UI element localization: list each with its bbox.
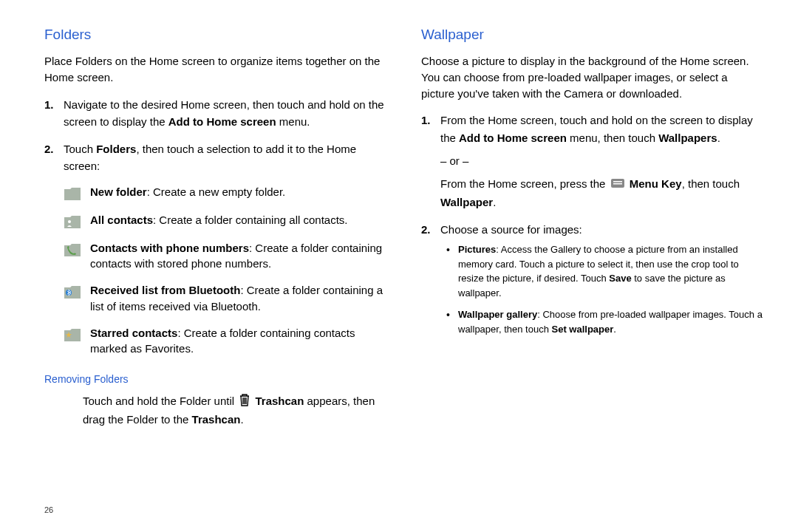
item-text: Starred contacts: Create a folder contai…	[90, 325, 386, 358]
contacts-folder-icon	[64, 214, 81, 230]
removing-folders-heading: Removing Folders	[44, 373, 386, 385]
list-item: New folder: Create a new empty folder.	[64, 184, 386, 202]
list-item: Received list from Bluetooth: Create a f…	[64, 282, 386, 315]
step-2: 2. Touch Folders, then touch a selection…	[64, 140, 386, 357]
wallpaper-intro: Choose a picture to display in the backg…	[421, 53, 763, 101]
or-divider: – or –	[440, 152, 763, 169]
step-1: 1. From the Home screen, touch and hold …	[440, 112, 763, 211]
svg-rect-4	[613, 183, 622, 185]
step-2: 2. Choose a source for images: Pictures:…	[440, 221, 763, 336]
bluetooth-folder-icon	[64, 284, 81, 300]
folders-intro: Place Folders on the Home screen to orga…	[44, 53, 386, 86]
folders-heading: Folders	[44, 27, 386, 43]
step-text: Navigate to the desired Home screen, the…	[64, 98, 384, 128]
svg-point-0	[68, 220, 71, 223]
step-text: From the Home screen, touch and hold on …	[440, 114, 753, 143]
folders-steps: 1. Navigate to the desired Home screen, …	[44, 96, 386, 358]
left-column: Folders Place Folders on the Home screen…	[44, 27, 386, 428]
item-text: New folder: Create a new empty folder.	[90, 184, 285, 200]
folder-options-list: New folder: Create a new empty folder. A…	[64, 184, 386, 358]
right-column: Wallpaper Choose a picture to display in…	[421, 27, 763, 428]
item-text: All contacts: Create a folder containing…	[90, 212, 348, 228]
menu-key-icon	[610, 176, 625, 193]
item-text: Contacts with phone numbers: Create a fo…	[90, 240, 386, 273]
page-columns: Folders Place Folders on the Home screen…	[44, 27, 763, 428]
list-item: All contacts: Create a folder containing…	[64, 212, 386, 230]
removing-folders-body: Touch and hold the Folder until Trashcan…	[44, 392, 386, 428]
step-number: 2.	[44, 140, 54, 157]
step-number: 1.	[44, 96, 54, 113]
svg-rect-3	[613, 181, 622, 183]
folder-icon	[64, 185, 81, 202]
list-item: Starred contacts: Create a folder contai…	[64, 325, 386, 358]
list-item: Wallpaper gallery: Choose from pre-loade…	[458, 307, 763, 336]
step-number: 2.	[421, 221, 431, 238]
phone-contacts-folder-icon	[64, 242, 81, 258]
step-number: 1.	[421, 112, 431, 129]
list-item: Contacts with phone numbers: Create a fo…	[64, 240, 386, 273]
step-text: Touch Folders, then touch a selection to…	[64, 143, 356, 172]
starred-folder-icon	[64, 327, 81, 343]
item-text: Received list from Bluetooth: Create a f…	[90, 282, 386, 315]
wallpaper-heading: Wallpaper	[421, 27, 763, 43]
wallpaper-steps: 1. From the Home screen, touch and hold …	[421, 112, 763, 336]
list-item: Pictures: Access the Gallery to choose a…	[458, 242, 763, 300]
page-number: 26	[44, 505, 53, 514]
trashcan-icon	[239, 393, 250, 411]
image-sources-list: Pictures: Access the Gallery to choose a…	[440, 242, 763, 336]
step-text-alt: From the Home screen, press the Menu Key…	[440, 177, 740, 208]
step-1: 1. Navigate to the desired Home screen, …	[64, 96, 386, 131]
step-text: Choose a source for images:	[440, 223, 582, 236]
